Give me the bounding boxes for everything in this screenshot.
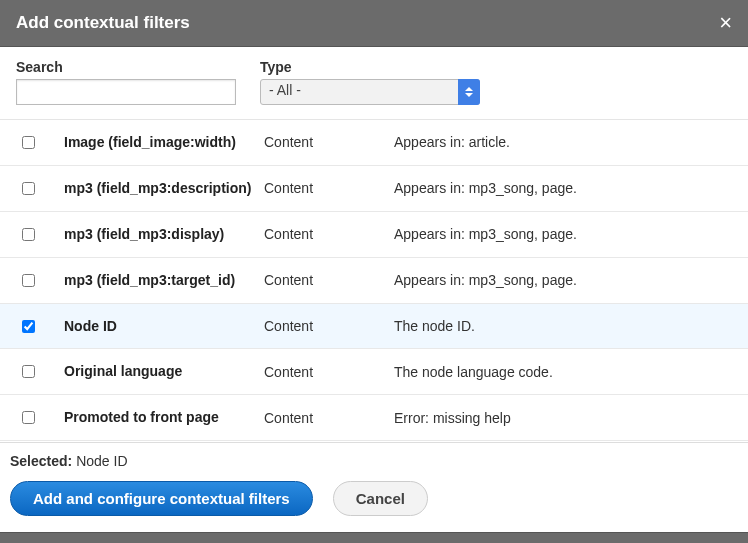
- dialog-bottom-bar: [0, 532, 748, 543]
- row-category: Content: [264, 318, 394, 334]
- table-row[interactable]: Promoted to front pageContentError: miss…: [0, 395, 748, 441]
- submit-button[interactable]: Add and configure contextual filters: [10, 481, 313, 516]
- row-checkbox-cell: [8, 411, 64, 424]
- row-description: Appears in: mp3_song, page.: [394, 180, 740, 196]
- dialog: Add contextual filters × Search Type - A…: [0, 0, 748, 543]
- row-category: Content: [264, 226, 394, 242]
- row-field-name: Node ID: [64, 317, 264, 336]
- row-category: Content: [264, 410, 394, 426]
- row-field-name: mp3 (field_mp3:display): [64, 225, 264, 244]
- type-select-wrap: - All -: [260, 79, 480, 105]
- row-field-name: Image (field_image:width): [64, 133, 264, 152]
- field-list: Image (field_image:width)ContentAppears …: [0, 120, 748, 442]
- search-group: Search: [16, 59, 236, 105]
- selected-label: Selected:: [10, 453, 72, 469]
- row-field-name: Promoted to front page: [64, 408, 264, 427]
- type-select[interactable]: - All -: [260, 79, 480, 105]
- row-checkbox[interactable]: [22, 365, 35, 378]
- cancel-button[interactable]: Cancel: [333, 481, 428, 516]
- row-description: The node ID.: [394, 318, 740, 334]
- row-description: Appears in: mp3_song, page.: [394, 272, 740, 288]
- table-row[interactable]: Image (field_image:width)ContentAppears …: [0, 120, 748, 166]
- row-category: Content: [264, 134, 394, 150]
- row-checkbox[interactable]: [22, 228, 35, 241]
- search-input[interactable]: [16, 79, 236, 105]
- row-field-name: mp3 (field_mp3:description): [64, 179, 264, 198]
- row-category: Content: [264, 180, 394, 196]
- table-row[interactable]: Node IDContentThe node ID.: [0, 304, 748, 350]
- row-category: Content: [264, 364, 394, 380]
- row-checkbox[interactable]: [22, 136, 35, 149]
- row-description: Appears in: article.: [394, 134, 740, 150]
- selected-summary: Selected: Node ID: [0, 443, 748, 473]
- table-row[interactable]: mp3 (field_mp3:display)ContentAppears in…: [0, 212, 748, 258]
- row-description: The node language code.: [394, 364, 740, 380]
- row-checkbox-cell: [8, 136, 64, 149]
- row-checkbox[interactable]: [22, 320, 35, 333]
- table-row[interactable]: mp3 (field_mp3:target_id)ContentAppears …: [0, 258, 748, 304]
- button-row: Add and configure contextual filters Can…: [0, 473, 748, 532]
- row-checkbox-cell: [8, 274, 64, 287]
- filters-bar: Search Type - All -: [0, 47, 748, 120]
- row-checkbox-cell: [8, 320, 64, 333]
- row-checkbox[interactable]: [22, 411, 35, 424]
- type-label: Type: [260, 59, 480, 75]
- dialog-title: Add contextual filters: [16, 13, 190, 33]
- row-checkbox-cell: [8, 182, 64, 195]
- search-label: Search: [16, 59, 236, 75]
- row-checkbox[interactable]: [22, 182, 35, 195]
- row-description: Appears in: mp3_song, page.: [394, 226, 740, 242]
- close-icon[interactable]: ×: [719, 12, 732, 34]
- row-field-name: Original language: [64, 362, 264, 381]
- table-row[interactable]: Original languageContentThe node languag…: [0, 349, 748, 395]
- row-description: Error: missing help: [394, 410, 740, 426]
- row-category: Content: [264, 272, 394, 288]
- dialog-footer: Selected: Node ID Add and configure cont…: [0, 442, 748, 532]
- row-checkbox-cell: [8, 365, 64, 378]
- dialog-header: Add contextual filters ×: [0, 0, 748, 47]
- row-field-name: mp3 (field_mp3:target_id): [64, 271, 264, 290]
- row-checkbox-cell: [8, 228, 64, 241]
- table-row[interactable]: mp3 (field_mp3:description)ContentAppear…: [0, 166, 748, 212]
- row-checkbox[interactable]: [22, 274, 35, 287]
- selected-value: Node ID: [76, 453, 127, 469]
- type-group: Type - All -: [260, 59, 480, 105]
